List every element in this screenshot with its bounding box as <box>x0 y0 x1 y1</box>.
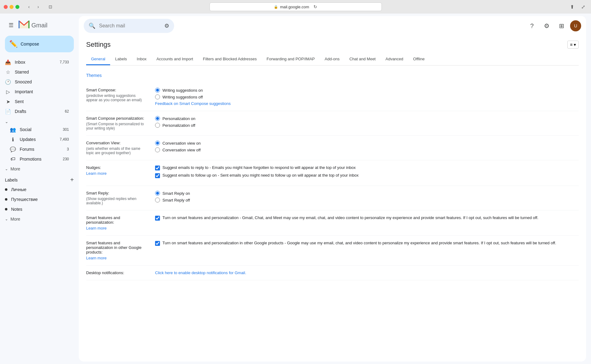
cv-off-radio[interactable] <box>155 147 160 152</box>
tab-forwarding[interactable]: Forwarding and POP/IMAP <box>262 54 320 65</box>
label-lichnye-text: Личные <box>11 187 26 192</box>
starred-icon: ☆ <box>5 69 11 75</box>
scp-off-option[interactable]: Personalization off <box>155 123 579 128</box>
smart-compose-feedback-link[interactable]: Feedback on Smart Compose suggestions <box>155 101 231 106</box>
sidebar-label-notes[interactable]: Notes <box>0 204 74 214</box>
nudges-label-strong: Nudges: <box>86 165 101 170</box>
search-filter-button[interactable]: ⚙ <box>164 22 169 29</box>
tab-accounts[interactable]: Accounts and Import <box>151 54 198 65</box>
density-button[interactable]: ≡ ▾ <box>567 41 579 49</box>
sr-on-option[interactable]: Smart Reply on <box>155 191 579 196</box>
more-label: More <box>10 166 20 171</box>
smart-compose-controls: Writing suggestions on Writing suggestio… <box>155 88 579 106</box>
scp-on-option[interactable]: Personalization on <box>155 116 579 121</box>
nudges-learn-more-link[interactable]: Learn more <box>86 171 106 176</box>
fullscreen-button[interactable]: ⤢ <box>579 2 587 11</box>
address-bar[interactable]: 🔒 mail.google.com ↻ <box>210 2 382 11</box>
smart-compose-on-radio[interactable] <box>155 88 160 93</box>
sidebar-item-drafts[interactable]: 📄 Drafts 62 <box>0 106 74 116</box>
cv-label-strong: Conversation View: <box>86 141 121 145</box>
cv-on-option[interactable]: Conversation view on <box>155 141 579 146</box>
smart-compose-label-strong: Smart Compose: <box>86 88 116 92</box>
gmail-header: 🔍 ⚙ ? ⚙ ⊞ U <box>79 16 586 36</box>
sidebar-item-promotions[interactable]: 🏷 Promotions 230 <box>0 154 74 164</box>
sr-off-option[interactable]: Smart Reply off <box>155 198 579 202</box>
inbox-label: Inbox <box>15 60 60 65</box>
sidebar-label-lichnye[interactable]: Личные <box>0 185 74 194</box>
more-expand-icon: ⌄ <box>5 167 8 171</box>
settings-content: Settings ≡ ▾ General Labels Inbox Accoun… <box>79 36 586 362</box>
themes-link[interactable]: Themes <box>86 73 102 78</box>
smart-compose-on-option[interactable]: Writing suggestions on <box>155 88 579 93</box>
search-button[interactable]: 🔍 <box>89 22 95 29</box>
sidebar-item-updates[interactable]: ℹ Updates 7,493 <box>0 134 74 144</box>
nudge-followup-checkbox[interactable] <box>155 173 160 178</box>
nudge-reply-row: Suggest emails to reply to - Emails you … <box>155 165 579 170</box>
tab-addons[interactable]: Add-ons <box>320 54 344 65</box>
cv-on-radio[interactable] <box>155 141 160 146</box>
back-button[interactable]: ‹ <box>25 4 33 10</box>
sfo-checkbox[interactable] <box>155 241 160 246</box>
sidebar-more-row[interactable]: ⌄ More <box>0 164 74 174</box>
sr-off-radio[interactable] <box>155 198 160 202</box>
fullscreen-traffic-light[interactable] <box>15 5 19 9</box>
sidebar-item-forums[interactable]: 💬 Forums 3 <box>0 144 74 154</box>
search-input[interactable] <box>99 23 161 29</box>
sf-checkbox[interactable] <box>155 216 160 221</box>
sidebar-item-social[interactable]: 👥 Social 301 <box>0 125 74 134</box>
minimize-traffic-light[interactable] <box>10 5 14 9</box>
social-label: Social <box>20 127 63 132</box>
tab-offline[interactable]: Offline <box>408 54 429 65</box>
tab-labels[interactable]: Labels <box>110 54 132 65</box>
tab-chat[interactable]: Chat and Meet <box>345 54 381 65</box>
tab-inbox[interactable]: Inbox <box>132 54 152 65</box>
sr-on-radio[interactable] <box>155 191 160 196</box>
snoozed-icon: 🕐 <box>5 79 11 85</box>
scp-on-radio[interactable] <box>155 116 160 121</box>
cv-controls: Conversation view on Conversation view o… <box>155 141 579 155</box>
smart-compose-on-label: Writing suggestions on <box>162 88 203 93</box>
tab-filters[interactable]: Filters and Blocked Addresses <box>198 54 262 65</box>
settings-row-smart-compose: Smart Compose: (predictive writing sugge… <box>86 83 579 111</box>
scp-label-strong: Smart Compose personalization: <box>86 116 144 121</box>
cv-label: Conversation View: (sets whether emails … <box>86 141 148 155</box>
sfo-learn-more-link[interactable]: Learn more <box>86 256 106 260</box>
sfo-checkbox-label: Turn on smart features and personalizati… <box>162 241 556 245</box>
hamburger-menu[interactable]: ☰ <box>5 19 17 31</box>
cv-off-option[interactable]: Conversation view off <box>155 147 579 152</box>
sidebar: ☰ Gmail ✏️ Compose 📥 Inbox 7 <box>0 14 79 364</box>
sidebar-item-important[interactable]: ▷ Important <box>0 87 74 97</box>
help-button[interactable]: ? <box>526 20 538 32</box>
sf-learn-more-link[interactable]: Learn more <box>86 226 106 230</box>
compose-button[interactable]: ✏️ Compose <box>5 36 74 52</box>
nudge-followup-row: Suggest emails to follow up on - Sent em… <box>155 173 579 178</box>
avatar[interactable]: U <box>570 20 581 31</box>
tab-general[interactable]: General <box>86 54 110 65</box>
tab-advanced[interactable]: Advanced <box>381 54 408 65</box>
apps-button[interactable]: ⊞ <box>555 20 568 32</box>
nudge-reply-checkbox[interactable] <box>155 166 160 170</box>
sfo-label-strong: Smart features and personalization in ot… <box>86 241 142 254</box>
share-button[interactable]: ⬆ <box>568 2 576 11</box>
sidebar-label-puteshestvie[interactable]: Путешествие <box>0 194 74 204</box>
sidebar-item-inbox[interactable]: 📥 Inbox 7,733 <box>0 57 74 67</box>
reload-button[interactable]: ↻ <box>313 4 317 9</box>
snoozed-label: Snoozed <box>15 79 69 84</box>
sidebar-item-starred[interactable]: ☆ Starred <box>0 67 74 77</box>
sidebar-item-sent[interactable]: ➤ Sent <box>0 97 74 106</box>
scp-off-radio[interactable] <box>155 123 160 128</box>
close-traffic-light[interactable] <box>4 5 8 9</box>
desktop-notifications-link[interactable]: Click here to enable desktop notificatio… <box>155 270 246 275</box>
sidebar-item-snoozed[interactable]: 🕐 Snoozed <box>0 77 74 87</box>
categories-collapse-row[interactable]: ⌄ <box>0 118 79 125</box>
gmail-text: Gmail <box>31 22 47 29</box>
forward-button[interactable]: › <box>34 4 42 10</box>
label-dot-notes <box>5 208 7 210</box>
sidebar-toggle-button[interactable]: ⊡ <box>46 4 54 10</box>
settings-button[interactable]: ⚙ <box>541 20 553 32</box>
add-label-button[interactable]: + <box>70 176 74 183</box>
inbox-icon: 📥 <box>5 59 11 65</box>
smart-compose-off-option[interactable]: Writing suggestions off <box>155 94 579 99</box>
smart-compose-off-radio[interactable] <box>155 94 160 99</box>
labels-more-row[interactable]: ⌄ More <box>0 214 74 224</box>
